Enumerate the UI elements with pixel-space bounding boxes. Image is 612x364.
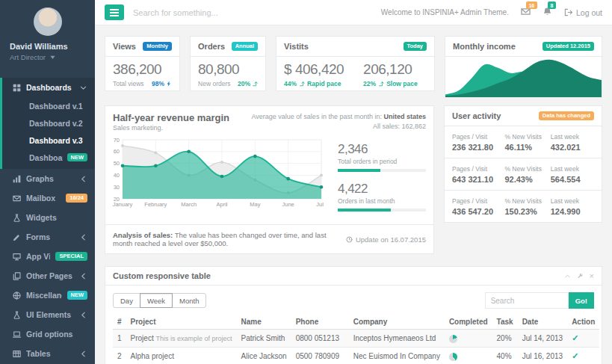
- pencil-icon: [12, 233, 21, 241]
- column-header[interactable]: #: [113, 315, 126, 330]
- page-content: Views Monthly 386,200 Total views 98%: [95, 25, 612, 364]
- logout-button[interactable]: Log out: [564, 8, 602, 17]
- revenue-area-chart: 203040506070JanuaryFebruaryMarchAprilMay…: [110, 136, 330, 221]
- sidebar-item-app-views[interactable]: App Views SPECIAL: [0, 247, 95, 266]
- files-icon: [12, 272, 21, 280]
- sidebar-item-dashboard-v1[interactable]: Dashboard v.1: [2, 97, 95, 114]
- sidebar-item-widgets[interactable]: Widgets: [0, 208, 95, 227]
- sidebar-item-graphs[interactable]: Graphs: [0, 169, 95, 188]
- revenue-note: Average value of sales in the past month…: [251, 112, 425, 132]
- column-header[interactable]: Task: [492, 315, 518, 330]
- bolt-icon: [166, 81, 172, 87]
- sidebar-item-label: Graphs: [26, 174, 73, 183]
- table-row: 2 Alpha project Alice Jackson 0500 78090…: [113, 348, 599, 364]
- panel-title: Half-year revenue margin: [113, 112, 229, 123]
- activity-row: Pages / Visit643 321.10 % New Visits92.4…: [445, 158, 602, 191]
- new-badge: NEW: [67, 153, 88, 162]
- monthly-badge: Monthly: [143, 42, 172, 51]
- user-activity-panel: User activity Data has changed Pages / V…: [444, 105, 602, 223]
- column-header[interactable]: Phone: [291, 315, 349, 330]
- today-badge: Today: [404, 42, 427, 51]
- week-tab[interactable]: Week: [140, 293, 173, 308]
- level-up-icon: [252, 81, 258, 87]
- activity-row: Pages / Visit236 321.80 % New Visits46.1…: [445, 126, 602, 158]
- sidebar-item-dashboard-v2[interactable]: Dashboard v.2: [2, 114, 95, 132]
- profile-section: David Williams Art Director: [0, 0, 95, 67]
- svg-text:July: July: [316, 201, 324, 208]
- messages-button[interactable]: 16: [521, 7, 531, 18]
- visits-panel: Vistits Today $ 406,420 44% Rapid pace: [276, 36, 435, 91]
- svg-text:April: April: [216, 201, 227, 208]
- sidebar-item-label: Other Pages: [26, 271, 73, 280]
- month-tab[interactable]: Month: [172, 293, 206, 308]
- orders-in-period-value: 2,346: [338, 142, 426, 157]
- sidebar-item-label: UI Elements: [26, 310, 73, 319]
- svg-text:50: 50: [114, 160, 120, 167]
- sidebar-item-label: Tables: [26, 349, 73, 358]
- sidebar-item-label: Dashboards: [26, 83, 73, 92]
- orders-label: New orders: [198, 80, 230, 87]
- sidebar-item-miscellaneous[interactable]: Miscellaneous NEW: [0, 286, 95, 305]
- day-tab[interactable]: Day: [113, 293, 140, 308]
- collapse-icon[interactable]: [564, 273, 571, 280]
- sidebar-item-other-pages[interactable]: Other Pages: [0, 266, 95, 286]
- sidebar-item-label: Forms: [26, 232, 73, 241]
- sidebar-item-dashboards[interactable]: Dashboards: [2, 78, 95, 97]
- wrench-icon[interactable]: [577, 273, 584, 280]
- clock-icon: [346, 236, 353, 243]
- column-header[interactable]: Date: [518, 315, 568, 330]
- column-header[interactable]: Project: [126, 315, 237, 330]
- sidebar-item-grid-options[interactable]: Grid options: [0, 324, 95, 344]
- sidebar-item-dashboard-v4[interactable]: Dashboard v.4 NEW: [2, 149, 95, 166]
- column-header[interactable]: Company: [349, 315, 445, 330]
- column-header[interactable]: Completed: [445, 315, 492, 330]
- views-delta: 98%: [152, 80, 172, 87]
- responsive-table: # Project Name Phone Company Completed T…: [113, 315, 599, 364]
- search-input[interactable]: [133, 8, 372, 17]
- chevron-left-icon: [78, 311, 87, 319]
- table-icon: [12, 350, 21, 358]
- sidebar-item-forms[interactable]: Forms: [0, 227, 95, 247]
- views-panel: Views Monthly 386,200 Total views 98%: [105, 36, 180, 91]
- submenu-label: Dashboard v.1: [29, 102, 87, 111]
- go-button[interactable]: Go!: [569, 292, 594, 309]
- column-header[interactable]: Name: [237, 315, 291, 330]
- sidebar-toggle-button[interactable]: [105, 4, 124, 20]
- level-up-icon: [299, 81, 305, 87]
- sidebar-nav: Dashboards Dashboard v.1 Dashboard v.2 D…: [0, 78, 95, 364]
- notifications-button[interactable]: 8: [543, 7, 552, 18]
- monthly-income-panel: Monthly income Updated 12.2015: [445, 36, 602, 98]
- sidebar-item-mailbox[interactable]: Mailbox 16/24: [0, 188, 95, 208]
- svg-text:40: 40: [114, 172, 120, 179]
- submenu-label: Dashboard v.3: [29, 136, 87, 145]
- chevron-left-icon: [78, 272, 87, 280]
- app-window: David Williams Art Director Dashboards D…: [0, 0, 612, 364]
- svg-text:May: May: [250, 201, 260, 208]
- period-button-group: Day Week Month: [113, 293, 206, 308]
- sidebar-item-dashboard-v3[interactable]: Dashboard v.3: [2, 132, 95, 149]
- check-icon[interactable]: ✓: [572, 351, 578, 360]
- sidebar-section-dashboards: Dashboards Dashboard v.1 Dashboard v.2 D…: [0, 78, 95, 169]
- chevron-left-icon: [78, 175, 87, 183]
- views-label: Total views: [113, 80, 144, 87]
- close-icon[interactable]: ×: [590, 273, 594, 280]
- updated-badge: Updated 12.2015: [543, 42, 594, 51]
- chevron-down-icon: [78, 84, 87, 92]
- table-search-input[interactable]: [485, 292, 569, 309]
- bar-chart-icon: [12, 175, 21, 183]
- custom-table-panel: Custom responsive table × Day Week Month: [105, 266, 602, 364]
- sidebar: David Williams Art Director Dashboards D…: [0, 0, 95, 364]
- user-role-dropdown[interactable]: Art Director: [10, 53, 95, 61]
- progress-bar: [338, 169, 426, 172]
- sidebar-item-label: Mailbox: [26, 194, 61, 203]
- sidebar-item-ui-elements[interactable]: UI Elements: [0, 305, 95, 324]
- laptop-icon: [12, 330, 21, 339]
- sidebar-item-tables[interactable]: Tables: [0, 344, 95, 363]
- logout-label: Log out: [576, 8, 602, 17]
- visits-col-1: $ 406,420 44% Rapid pace: [284, 61, 344, 87]
- special-badge: SPECIAL: [55, 252, 87, 261]
- column-header[interactable]: Action: [567, 315, 599, 330]
- visits-note: 44% Rapid pace: [284, 80, 344, 87]
- sidebar-item-label: App Views: [26, 252, 50, 261]
- check-icon[interactable]: ✓: [572, 333, 578, 342]
